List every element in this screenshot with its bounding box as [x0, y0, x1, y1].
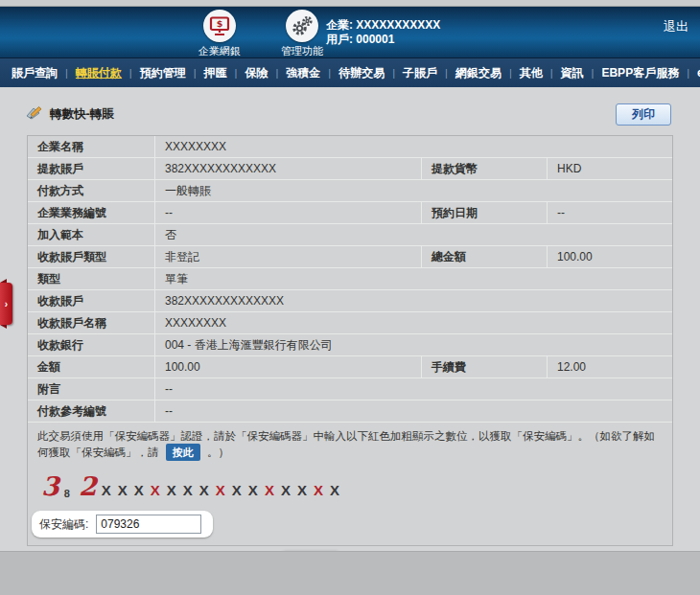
nav-item[interactable]: 保險 [243, 65, 269, 81]
security-code-label: 保安編碼: [39, 516, 88, 533]
field-label: 企業業務編號 [28, 202, 155, 223]
nav-item[interactable]: 網銀交易 [454, 65, 503, 81]
field-value: -- [548, 202, 672, 223]
table-row: 收款銀行004 - 香港上海滙豐銀行有限公司 [28, 334, 672, 356]
field-label: 收款銀行 [28, 334, 155, 355]
title-bar: 轉數快-轉賬 列印 [0, 87, 700, 135]
field-label: 加入範本 [28, 224, 155, 245]
nav-separator: | [550, 67, 553, 79]
field-label: 提款貨幣 [422, 158, 548, 179]
table-row: 金額100.00手續費12.00 [28, 356, 672, 378]
nav-item[interactable]: 預約管理 [138, 65, 188, 81]
nav-separator: | [592, 67, 595, 79]
nav-separator: | [65, 67, 68, 79]
field-label: 提款賬戶 [28, 158, 155, 179]
security-notice: 此交易須使用「保安編碼器」認證，請於「保安編碼器」中輸入以下紅色加粗顯示之數位，… [28, 423, 672, 465]
nav-item[interactable]: 轉賬付款 [74, 65, 124, 81]
nav-item[interactable]: 賬戶查詢 [10, 65, 59, 81]
field-value: 004 - 香港上海滙豐銀行有限公司 [155, 334, 672, 355]
table-row: 類型單筆 [28, 268, 672, 290]
nav-item[interactable]: 其他 [518, 65, 545, 81]
sidebar-expand-tab[interactable]: › [0, 283, 12, 325]
field-label: 付款參考編號 [28, 400, 155, 422]
field-value: 否 [155, 224, 672, 245]
field-label: 收款賬戶 [28, 290, 155, 311]
table-row: 付款方式一般轉賬 [28, 180, 672, 202]
security-code-group: 保安編碼: [32, 511, 213, 538]
click-here-button[interactable]: 按此 [166, 444, 200, 461]
nav-separator: | [328, 67, 331, 79]
nav-separator: | [235, 67, 238, 79]
nav-separator: | [275, 67, 278, 79]
nav-item[interactable]: eDDA [695, 66, 700, 80]
field-label: 付款方式 [28, 180, 155, 201]
table-row: 加入範本否 [28, 224, 672, 246]
security-digit: X [167, 482, 176, 498]
nav-separator: | [392, 67, 395, 79]
security-digit-highlighted: X [265, 482, 274, 498]
page-content: 轉數快-轉賬 列印 企業名稱XXXXXXXX提款賬戶382XXXXXXXXXXX… [0, 87, 700, 595]
security-digit: X [183, 482, 193, 498]
security-digit-highlighted: 3 [41, 472, 59, 501]
compose-pencil-icon [25, 104, 44, 125]
nav-separator: | [129, 67, 132, 79]
security-digit: 8 [64, 488, 70, 499]
app-window: $ 企業網銀 管理功能 [0, 0, 700, 595]
gears-icon [286, 10, 318, 42]
table-row: 收款賬戶382XXXXXXXXXXXXX [28, 290, 672, 312]
security-digit: X [118, 482, 128, 498]
nav-item[interactable]: 強積金 [284, 65, 322, 81]
chevron-right-icon: › [5, 299, 8, 309]
security-digit: X [102, 482, 111, 498]
security-notice-text: 此交易須使用「保安編碼器」認證，請於「保安編碼器」中輸入以下紅色加粗顯示之數位，… [37, 430, 655, 458]
nav-item[interactable]: 子賬戶 [401, 65, 439, 81]
nav-item[interactable]: 押匯 [202, 65, 229, 81]
field-value: 382XXXXXXXXXXXX [155, 158, 422, 179]
table-row: 收款賬戶類型非登記總金額100.00 [28, 246, 672, 268]
field-value: HKD [548, 158, 672, 179]
security-digit: X [134, 482, 144, 498]
field-label: 預約日期 [422, 202, 548, 223]
table-row: 收款賬戶名稱XXXXXXXX [28, 312, 672, 334]
security-digit: X [297, 482, 307, 498]
security-digit: X [330, 482, 339, 498]
field-label: 手續費 [422, 356, 548, 378]
field-value: 382XXXXXXXXXXXXX [155, 290, 672, 311]
field-value: XXXXXXXX [155, 136, 672, 157]
nav-separator: | [687, 67, 689, 79]
field-value: XXXXXXXX [155, 312, 672, 333]
field-value: 100.00 [548, 246, 672, 267]
field-value: 100.00 [155, 356, 422, 378]
nav-separator: | [445, 67, 448, 79]
footer-strip [0, 551, 700, 595]
nav-item[interactable]: 資訊 [559, 65, 586, 81]
security-code-row: 保安編碼: [28, 509, 672, 545]
security-notice-text-end: 。） [207, 446, 229, 458]
security-digits: 382XXXXXXXXXXXXXXX [28, 465, 672, 509]
page-title: 轉數快-轉賬 [50, 106, 114, 123]
security-code-input[interactable] [96, 515, 201, 534]
table-row: 提款賬戶382XXXXXXXXXXXX提款貨幣HKD [28, 158, 672, 180]
security-digit-highlighted: 2 [79, 472, 97, 501]
field-value: -- [155, 202, 422, 223]
field-label: 收款賬戶名稱 [28, 312, 155, 333]
session-info: 企業: XXXXXXXXXXX 用戶: 000001 [326, 18, 440, 47]
field-label: 金額 [28, 356, 155, 378]
menu-corporate-banking[interactable]: $ 企業網銀 [190, 10, 249, 58]
field-value: 非登記 [155, 246, 422, 267]
nav-separator: | [509, 67, 512, 79]
security-digit: X [232, 482, 242, 498]
field-value: 12.00 [548, 356, 672, 378]
field-label: 企業名稱 [28, 136, 155, 157]
browser-top-strip [0, 0, 700, 7]
logout-button[interactable]: 退出 [664, 18, 688, 35]
menu-admin-functions[interactable]: 管理功能 [272, 10, 332, 58]
print-button[interactable]: 列印 [616, 103, 671, 126]
field-label: 收款賬戶類型 [28, 246, 155, 267]
header-bar: $ 企業網銀 管理功能 [0, 7, 700, 57]
nav-item[interactable]: EBPP客戶服務 [599, 65, 681, 81]
security-digit: X [281, 482, 291, 498]
user-id-text: 用戶: 000001 [326, 33, 440, 47]
nav-item[interactable]: 待辦交易 [337, 65, 386, 81]
header-menus: $ 企業網銀 管理功能 [190, 10, 332, 58]
